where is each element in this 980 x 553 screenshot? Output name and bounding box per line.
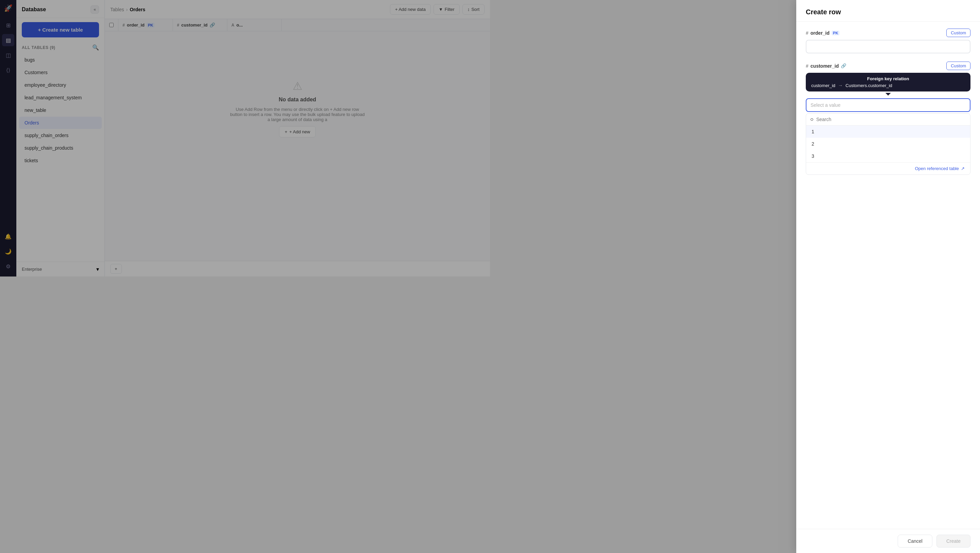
modal-overlay[interactable] bbox=[0, 0, 490, 276]
